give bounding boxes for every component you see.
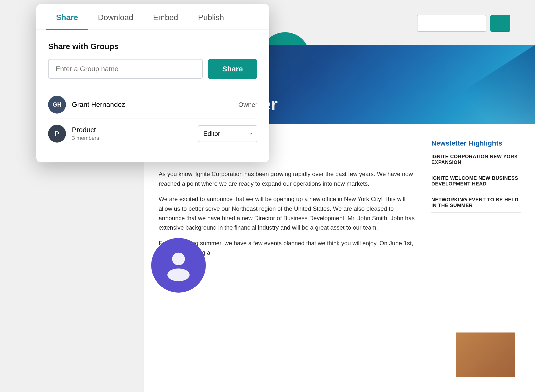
avatar-purple — [151, 238, 206, 293]
group-members: 3 members — [72, 135, 198, 141]
modal-body: Share with Groups Share GH Grant Hernand… — [36, 30, 269, 162]
newsletter-sidebar: Newsletter Highlights IGNITE CORPORATION… — [431, 139, 521, 264]
sidebar-divider-1 — [431, 169, 521, 169]
top-bar-button — [490, 15, 510, 32]
newsletter-para2: We are excited to announce that we will … — [159, 194, 416, 233]
svg-point-3 — [167, 269, 190, 281]
share-button[interactable]: Share — [208, 59, 257, 79]
modal-tabs: Share Download Embed Publish — [36, 4, 269, 30]
thumbnail-image — [456, 332, 515, 377]
group-avatar: P — [48, 125, 66, 143]
owner-avatar: GH — [48, 96, 66, 114]
sidebar-divider-3 — [431, 212, 521, 212]
person-icon-purple — [159, 246, 198, 284]
section-title: Share with Groups — [48, 42, 257, 51]
owner-name: Grant Hernandez — [72, 101, 238, 109]
sidebar-divider-2 — [431, 191, 521, 191]
group-name: Product — [72, 126, 198, 134]
svg-point-2 — [172, 253, 185, 265]
owner-row: GH Grant Hernandez Owner — [48, 91, 257, 119]
sidebar-heading: Newsletter Highlights — [431, 139, 521, 148]
sidebar-item-1: IGNITE CORPORATION NEW YORK EXPANSION — [431, 154, 521, 165]
share-modal: Share Download Embed Publish Share with … — [36, 4, 269, 162]
tab-download[interactable]: Download — [88, 4, 143, 30]
role-select[interactable]: Editor Viewer Admin — [198, 125, 257, 142]
tab-publish[interactable]: Publish — [188, 4, 234, 30]
owner-role: Owner — [238, 101, 257, 109]
tab-share[interactable]: Share — [46, 4, 88, 30]
tab-embed[interactable]: Embed — [143, 4, 188, 30]
group-row: P Product 3 members Editor Viewer Admin — [48, 119, 257, 149]
sidebar-item-3: NETWORKING EVENT TO BE HELD IN THE SUMME… — [431, 197, 521, 208]
sidebar-item-2: IGNITE WELCOME NEW BUSINESS DEVELOPMENT … — [431, 175, 521, 187]
input-row: Share — [48, 59, 257, 79]
group-info: Product 3 members — [72, 126, 198, 141]
top-bar — [417, 15, 510, 32]
top-bar-input — [417, 15, 486, 32]
group-name-input[interactable] — [48, 59, 203, 79]
newsletter-para1: As you know, Ignite Corporation has been… — [159, 169, 416, 188]
